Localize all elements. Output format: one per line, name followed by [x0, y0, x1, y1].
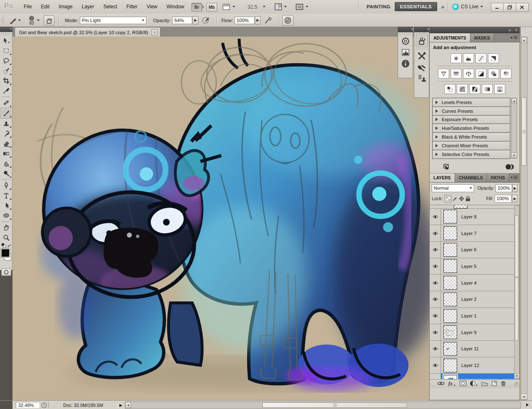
tab-masks[interactable]: MASKS [470, 33, 494, 42]
scroll-down-icon[interactable]: ▼ [514, 374, 520, 379]
layer-opacity-spinner[interactable]: ▶ [512, 184, 517, 192]
toggle-brush-panel-button[interactable] [44, 15, 54, 25]
lasso-tool[interactable] [0, 56, 12, 66]
scroll-left-icon[interactable]: ◄ [125, 402, 131, 408]
layer-opacity-input[interactable]: 100% [495, 184, 512, 192]
history-brush-tool[interactable] [0, 129, 12, 139]
tab-layers[interactable]: LAYERS [430, 174, 455, 182]
adjustment-layer-button[interactable] [470, 381, 478, 387]
quick-mask-button[interactable] [1, 268, 11, 276]
scroll-down-icon[interactable]: ▼ [511, 153, 517, 158]
toolbox-grip[interactable] [1, 33, 11, 35]
crop-tool[interactable] [0, 76, 12, 86]
gradient-tool[interactable] [0, 149, 12, 159]
layer-row[interactable]: Layer 2 [430, 291, 514, 308]
exposure-adjustment-button[interactable] [488, 53, 499, 63]
status-flyout-icon[interactable]: ▶ [118, 402, 124, 408]
visibility-toggle[interactable] [430, 357, 441, 374]
quick-selection-tool[interactable] [0, 66, 12, 76]
layer-row[interactable]: Layer 8 [430, 209, 514, 226]
brush-tool-preset-icon[interactable] [8, 16, 18, 25]
flow-spinner[interactable]: ▶ [255, 16, 261, 25]
menu-layer[interactable]: Layer [77, 0, 99, 13]
layer-row[interactable]: Layer 9 [430, 324, 514, 341]
layer-row[interactable]: Layer 5 [430, 258, 514, 275]
screen-mode-icon[interactable] [295, 3, 304, 10]
brush-preview-caret[interactable] [37, 20, 40, 21]
invert-adjustment-button[interactable] [444, 84, 455, 94]
zoom-level-field[interactable]: 32.5 [247, 4, 257, 10]
lock-position-icon[interactable] [458, 195, 465, 202]
layer-row-partial[interactable] [430, 205, 514, 209]
layer-mask-button[interactable] [460, 381, 466, 387]
expander-icon[interactable] [435, 109, 438, 113]
selective-color-adjustment-button[interactable] [494, 84, 505, 94]
expander-icon[interactable] [435, 126, 438, 130]
document-tab[interactable]: Girl and Bear sketch.psd @ 32.5% (Layer … [15, 27, 161, 37]
brush-panel-panel-button[interactable] [416, 34, 428, 47]
close-panel-icon[interactable]: × [515, 28, 517, 32]
layer-row[interactable]: Layer 6 [430, 242, 514, 258]
cs-live-menu[interactable]: CS Live [452, 3, 483, 10]
eraser-tool[interactable] [0, 139, 12, 149]
layer-row[interactable]: Layer 10 copy 2 [430, 374, 514, 379]
move-tool[interactable] [0, 36, 12, 46]
blend-mode-select[interactable]: Normal [432, 184, 474, 192]
expander-icon[interactable] [435, 101, 438, 104]
new-layer-button[interactable] [492, 381, 497, 387]
airbrush-icon[interactable] [264, 16, 273, 25]
flow-input[interactable]: 100% [235, 17, 255, 24]
layer-thumbnail[interactable] [443, 292, 457, 306]
swap-colors-icon[interactable] [1, 243, 12, 248]
visibility-toggle[interactable] [430, 242, 441, 258]
layer-row[interactable]: Layer 7 [430, 225, 514, 242]
workspace-essentials[interactable]: ESSENTIALS [395, 2, 437, 11]
clone-stamp-tool[interactable] [0, 119, 12, 129]
rectangular-marquee-tool[interactable] [0, 46, 12, 56]
scroll-up-icon[interactable]: ▲ [521, 37, 527, 43]
path-selection-tool[interactable] [0, 201, 12, 211]
vscroll-thumb[interactable] [522, 97, 527, 166]
tablet-pressure-size-button[interactable] [282, 15, 294, 26]
dock-expand-icon[interactable]: » [414, 27, 429, 32]
resize-grip-icon[interactable] [526, 403, 529, 407]
presets-scrollbar[interactable]: ▲ ▼ [511, 98, 517, 159]
lock-all-icon[interactable] [465, 195, 471, 202]
group-button[interactable] [481, 381, 488, 387]
menu-view[interactable]: View [142, 0, 162, 13]
layer-thumbnail[interactable] [443, 359, 457, 372]
clone-source-panel-button[interactable] [416, 74, 427, 84]
layer-thumbnail[interactable] [443, 243, 457, 257]
menu-edit[interactable]: Edit [36, 0, 54, 13]
visibility-toggle[interactable] [430, 291, 441, 307]
type-tool[interactable] [0, 191, 12, 201]
expander-icon[interactable] [435, 153, 438, 156]
mini-bridge-button[interactable]: Mb [206, 3, 217, 12]
preset-row[interactable]: Selective Color Presets [432, 150, 510, 159]
document-close-icon[interactable]: × [151, 29, 158, 35]
view-extras-caret[interactable] [233, 6, 235, 7]
hue-saturation-adjustment-button[interactable] [450, 69, 462, 79]
brush-presets-panel-button[interactable] [416, 62, 427, 72]
tool-presets-panel-button[interactable] [416, 51, 427, 61]
scroll-up-icon[interactable]: ▲ [512, 98, 517, 104]
expander-icon[interactable] [435, 144, 438, 147]
levels-adjustment-button[interactable] [463, 53, 474, 63]
expand-panel-icon[interactable] [442, 163, 450, 171]
smudge-tool[interactable] [0, 159, 12, 169]
visibility-toggle[interactable] [430, 374, 441, 379]
layer-thumbnail[interactable] [443, 226, 457, 240]
eyedropper-tool[interactable] [0, 86, 12, 96]
layer-fill-input[interactable]: 100% [495, 195, 512, 203]
scroll-down-icon[interactable]: ▼ [521, 394, 527, 400]
document-vscrollbar[interactable]: ▲ ▼ [521, 37, 527, 400]
layer-thumbnail[interactable] [443, 375, 457, 379]
posterize-adjustment-button[interactable] [457, 84, 468, 94]
restore-button[interactable] [503, 3, 516, 12]
link-button[interactable] [437, 381, 445, 387]
zoom-tool[interactable] [0, 233, 12, 243]
panel-menu-icon[interactable] [510, 175, 518, 181]
opacity-spinner[interactable]: ▶ [193, 16, 198, 25]
expander-icon[interactable] [435, 135, 438, 139]
brush-tool[interactable] [0, 108, 12, 119]
